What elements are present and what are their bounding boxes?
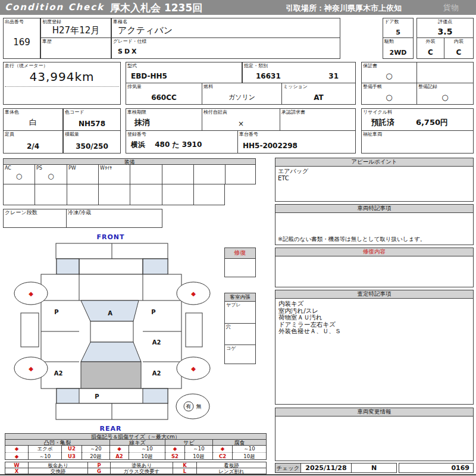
inspection-cell: 車検期限 抹消 — [126, 108, 202, 131]
presence-yes-label: 有 — [186, 403, 192, 409]
wheel-mark-rear-right: ◆ — [191, 365, 196, 372]
legend-dent-size-cell: ～20 20超 — [82, 445, 110, 460]
score-value: 3.5 — [417, 27, 473, 36]
chassis-number-cell: 車台番号 HH5-2002298 — [237, 130, 356, 154]
repair-content-title: 修復内容 — [275, 248, 473, 256]
warranty-label: 保証書 — [363, 63, 377, 68]
score-label: 評価点 — [417, 19, 473, 24]
transmission-label: ミッション — [283, 84, 308, 89]
equipment-label-ps: PS — [36, 165, 42, 171]
chassis-number-value: HH5-2002298 — [243, 142, 298, 150]
transmission-cell: ミッション AT — [281, 83, 356, 105]
capacity-value: 2/4 — [4, 142, 62, 151]
drive-cell: 駆動 2WD — [383, 37, 414, 59]
displacement-value: 660CC — [126, 93, 202, 102]
rust-size-2: 10超 — [185, 453, 212, 459]
right-rear-panel-mark: A2 — [152, 370, 161, 377]
auction-sheet: Condition Check 厚木入札会 1235回 引取場所：神奈川県厚木市… — [0, 0, 476, 476]
cabin-lining-hole-label: 穴 — [226, 324, 231, 330]
recycle-label: リサイクル料 — [363, 109, 392, 115]
cabin-lining-row-hole: 穴 — [225, 324, 255, 345]
capacity-cell: 定員 2/4 — [3, 130, 63, 154]
left-rear-panel-mark: A2 — [54, 370, 63, 377]
title-bar: Condition Check 厚木入札会 1235回 引取場所：神奈川県厚木市… — [0, 0, 476, 15]
vehicle-notes-disclaimer: ※記載のない書類・機器等は無しとして取り扱いします。 — [278, 236, 472, 243]
class-label: 指定・類別 — [244, 63, 268, 68]
cabin-lining-row-tear: ヤブレ — [225, 302, 255, 324]
cabin-lining-row-burn: コゲ — [225, 345, 255, 365]
presence-no-label: 無 — [196, 403, 202, 409]
model-value: アクティバン — [118, 25, 173, 36]
legend-dent-name-cell: エクボ ～10 — [28, 445, 62, 460]
pickup-location: 引取場所：神奈川県厚木市上依知 — [286, 3, 402, 14]
class-sub-number: 31 — [328, 72, 339, 80]
maintenance-book-label: 整備手帳 — [363, 84, 382, 89]
body-color-label: 車体色 — [5, 109, 19, 115]
mileage-divider — [5, 86, 119, 87]
corrosion-code-c2: C2 — [213, 453, 232, 459]
vehicle-change-info-box: 車両変更情報 — [275, 408, 474, 461]
assessment-line-3: 荷物室ＡＵ汚れ — [278, 314, 470, 321]
dent-code-u2: U2 — [62, 446, 82, 453]
equipment-cell-r2-5 — [130, 184, 162, 205]
dent-diamond-2: ◆ — [5, 453, 28, 459]
code-g: G — [87, 468, 111, 474]
grade-label: グレード・仕様 — [113, 39, 147, 44]
front-label: FRONT — [96, 234, 124, 241]
equipment-cell-r2-1 — [3, 184, 35, 205]
load-capacity-label: 積載量 — [65, 131, 79, 137]
legend-rust-size-cell: ～10 10超 — [184, 445, 213, 460]
registration-number-value: 横浜 480 た 3910 — [131, 140, 202, 150]
roof — [90, 321, 133, 342]
insurance-mark: × — [202, 120, 280, 128]
maintenance-book-mark: ○ — [362, 93, 416, 102]
lot-number-cell: 出品番号 169 — [3, 18, 40, 59]
check-number-cell: 0169 — [399, 463, 474, 473]
warranty-cell: 保証書 ○ — [361, 62, 417, 83]
welfare-vehicle-cell: 福祉車両 — [361, 130, 474, 154]
type-value: EBD-HH5 — [131, 72, 167, 80]
equipment-label-wtire: Wﾀｲﾔ — [100, 165, 112, 171]
code-l-desc: レンズ割れ — [196, 468, 267, 474]
car-damage-diagram: FRONT ◆ ◆ ◆ ◆ — [9, 234, 214, 433]
capacity-label: 定員 — [5, 131, 14, 137]
presence-ellipse — [176, 394, 209, 419]
corrosion-size-1: ～10 — [233, 446, 266, 453]
displacement-label: 排気量 — [127, 84, 142, 89]
cabin-lining-title: 客室内張 — [225, 293, 255, 302]
welfare-label: 福祉車両 — [363, 131, 382, 137]
registration-number-cell: 登録番号 横浜 480 た 3910 — [126, 130, 238, 154]
right-side-step — [186, 313, 202, 347]
type-label: 型式 — [127, 63, 137, 68]
legend-scratch-code-cell: ◆ A2 — [109, 445, 129, 460]
wheel-mark-front-left: ◆ — [29, 290, 33, 297]
category-label: 貨物 — [443, 2, 459, 13]
color-code-cell: 色コード NH578 — [63, 108, 121, 131]
registration-number-label: 登録番号 — [127, 131, 146, 137]
check-label-cell: チェック — [275, 463, 301, 473]
equipment-mark-ac: ○ — [4, 172, 35, 180]
equipment-cell-r2-3 — [67, 184, 99, 205]
body-color-value: 白 — [4, 117, 62, 128]
corrosion-diamond: ◆ — [213, 446, 232, 453]
approval-cell: 承認請求書 — [280, 108, 356, 131]
first-reg-label: 初度登録 — [42, 19, 61, 24]
maintenance-record-mark: ○ — [417, 93, 473, 102]
mileage-cell: 走行（現メーター） 43,994km — [3, 62, 121, 105]
rear-panel-mark: P — [95, 393, 99, 400]
equipment-cell-ac: AC ○ — [3, 164, 35, 184]
dent-name-2: ～10 — [29, 453, 61, 459]
legend-dent-symbol-cell: ◆ ◆ — [5, 445, 29, 460]
inspection-label: 車検期限 — [127, 109, 146, 115]
first-reg-value: H27年12月 — [41, 25, 111, 36]
legend-dent-code-cell: U2 U3 — [61, 445, 82, 460]
front-right-corner — [143, 259, 168, 274]
mileage-label: 走行（現メーター） — [5, 63, 48, 68]
left-front-door-mark: P — [54, 309, 58, 315]
chassis-number-label: 車台番号 — [239, 131, 258, 137]
scratch-diamond: ◆ — [110, 446, 129, 453]
assessment-line-5: 外装色褪せＡ、Ｕ、Ｓ — [278, 328, 470, 335]
wheel-mark-rear-left: ◆ — [29, 365, 33, 372]
check-code-cell: N — [351, 463, 397, 473]
equipment-cell-r2-4 — [98, 184, 130, 205]
